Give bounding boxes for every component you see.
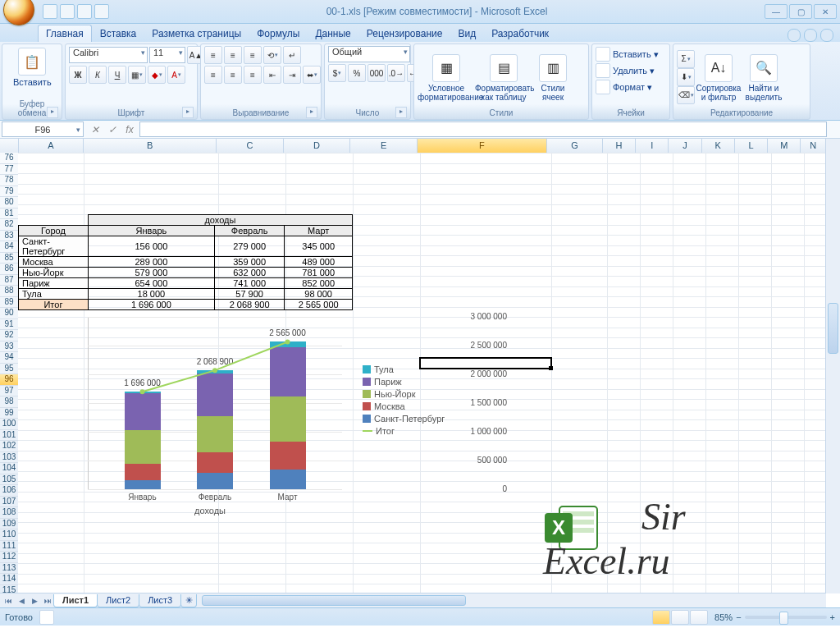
doc-close-icon[interactable] <box>820 29 833 42</box>
decrease-indent-button[interactable]: ⇤ <box>263 66 281 84</box>
align-center-button[interactable]: ≡ <box>224 66 242 84</box>
row-header[interactable]: 78 <box>0 175 18 186</box>
number-dialog-launcher[interactable]: ▸ <box>395 107 407 118</box>
cell-styles-button[interactable]: ▥ Стили ячеек <box>532 53 573 102</box>
percent-format-button[interactable]: % <box>348 64 366 82</box>
column-header[interactable]: I <box>636 139 669 153</box>
name-box[interactable]: F96 <box>2 121 84 137</box>
row-header[interactable]: 93 <box>0 341 18 353</box>
row-header[interactable]: 77 <box>0 164 18 176</box>
row-header[interactable]: 87 <box>0 275 18 286</box>
column-header[interactable]: E <box>350 139 418 153</box>
close-button[interactable]: ✕ <box>814 4 837 19</box>
row-header[interactable]: 83 <box>0 231 18 242</box>
zoom-slider-thumb[interactable] <box>779 612 788 625</box>
normal-view-button[interactable] <box>652 610 670 625</box>
fx-icon[interactable]: fx <box>121 122 138 136</box>
row-header[interactable]: 81 <box>0 209 18 220</box>
sheet-tab[interactable]: Лист1 <box>53 594 98 607</box>
column-header[interactable]: A <box>19 139 84 153</box>
row-header[interactable]: 114 <box>0 574 18 585</box>
help-icon[interactable] <box>788 29 801 42</box>
row-header[interactable]: 108 <box>0 507 18 519</box>
horizontal-scroll-thumb[interactable] <box>202 595 466 606</box>
row-header[interactable]: 76 <box>0 153 18 164</box>
column-header[interactable]: H <box>603 139 636 153</box>
row-header[interactable]: 92 <box>0 330 18 341</box>
column-header[interactable]: M <box>768 139 801 153</box>
formula-bar[interactable] <box>139 121 827 137</box>
row-header[interactable]: 97 <box>0 386 18 397</box>
column-header[interactable]: D <box>284 139 351 153</box>
row-header[interactable]: 110 <box>0 529 18 541</box>
column-header[interactable]: F <box>418 139 547 153</box>
insert-cells-button[interactable]: Вставить▾ <box>596 46 659 62</box>
minimize-button[interactable]: — <box>765 4 788 19</box>
fill-button[interactable]: ⬇ <box>677 68 695 86</box>
row-header[interactable]: 89 <box>0 297 18 309</box>
sheet-tab[interactable]: Лист2 <box>97 594 139 607</box>
office-button[interactable] <box>3 0 34 25</box>
align-top-button[interactable]: ≡ <box>204 46 222 64</box>
page-layout-view-button[interactable] <box>671 610 689 625</box>
horizontal-scrollbar[interactable]: ⏮ ◀ ▶ ⏭ Лист1Лист2Лист3✳ <box>0 593 826 607</box>
font-size-select[interactable]: 11 <box>149 47 185 63</box>
fill-color-button[interactable]: ◆ <box>148 66 166 84</box>
new-sheet-button[interactable]: ✳ <box>180 594 197 607</box>
sort-filter-button[interactable]: A↓ Сортировка и фильтр <box>695 53 742 102</box>
column-header[interactable]: N <box>801 139 825 153</box>
font-dialog-launcher[interactable]: ▸ <box>182 107 194 118</box>
row-header[interactable]: 79 <box>0 186 18 198</box>
tab-Данные[interactable]: Данные <box>308 25 358 42</box>
find-select-button[interactable]: 🔍 Найти и выделить <box>742 53 785 102</box>
clipboard-dialog-launcher[interactable]: ▸ <box>47 107 58 118</box>
comma-format-button[interactable]: 000 <box>368 64 386 82</box>
row-header[interactable]: 100 <box>0 419 18 430</box>
italic-button[interactable]: К <box>89 66 107 84</box>
tab-Вид[interactable]: Вид <box>450 25 483 42</box>
align-bottom-button[interactable]: ≡ <box>244 46 262 64</box>
tab-Разработчик[interactable]: Разработчик <box>484 25 556 42</box>
border-button[interactable]: ▦ <box>128 66 146 84</box>
row-header[interactable]: 99 <box>0 408 18 419</box>
wrap-text-button[interactable]: ↵ <box>283 46 301 64</box>
tab-Вставка[interactable]: Вставка <box>93 25 144 42</box>
row-header[interactable]: 88 <box>0 286 18 297</box>
row-header[interactable]: 95 <box>0 364 18 375</box>
tab-nav-next[interactable]: ▶ <box>28 594 41 607</box>
row-header[interactable]: 91 <box>0 319 18 331</box>
increase-decimal-button[interactable]: .0→ <box>387 64 405 82</box>
align-right-button[interactable]: ≡ <box>244 66 262 84</box>
number-format-select[interactable]: Общий <box>328 46 410 62</box>
zoom-in-button[interactable]: + <box>830 612 835 622</box>
row-header[interactable]: 104 <box>0 463 18 474</box>
paste-button[interactable]: 📋 Вставить <box>13 46 51 87</box>
tab-nav-last[interactable]: ⏭ <box>41 594 54 607</box>
merge-button[interactable]: ⬌ <box>303 66 321 84</box>
format-as-table-button[interactable]: ▤ Форматировать как таблицу <box>475 53 532 102</box>
align-middle-button[interactable]: ≡ <box>224 46 242 64</box>
income-chart[interactable]: 0500 0001 000 0001 500 0002 000 0002 500… <box>18 153 510 563</box>
column-header[interactable]: J <box>669 139 701 153</box>
tab-Рецензирование[interactable]: Рецензирование <box>359 25 450 42</box>
row-header[interactable]: 90 <box>0 308 18 319</box>
row-header[interactable]: 109 <box>0 519 18 530</box>
clear-button[interactable]: ⌫ <box>677 86 695 104</box>
column-header[interactable]: C <box>217 139 284 153</box>
column-header[interactable]: B <box>84 139 217 153</box>
row-header[interactable]: 112 <box>0 552 18 563</box>
macro-record-icon[interactable] <box>39 610 54 625</box>
row-header[interactable]: 113 <box>0 563 18 575</box>
row-header[interactable]: 102 <box>0 441 18 452</box>
tab-nav-prev[interactable]: ◀ <box>15 594 28 607</box>
row-header[interactable]: 82 <box>0 219 18 231</box>
row-header[interactable]: 111 <box>0 541 18 552</box>
row-header[interactable]: 96 <box>0 374 18 386</box>
row-header[interactable]: 84 <box>0 241 18 253</box>
column-header[interactable]: K <box>702 139 735 153</box>
format-cells-button[interactable]: Формат▾ <box>596 79 652 95</box>
vertical-scrollbar[interactable] <box>825 139 840 593</box>
vertical-scroll-thumb[interactable] <box>828 303 838 354</box>
ribbon-minimize-icon[interactable] <box>804 29 817 42</box>
undo-icon[interactable] <box>60 4 75 19</box>
